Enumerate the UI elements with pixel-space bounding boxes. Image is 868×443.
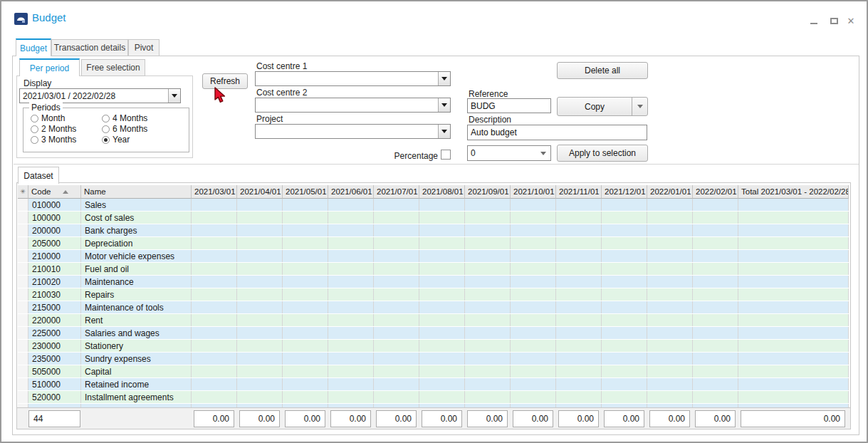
amount-cell[interactable]: [465, 353, 511, 365]
tab-transaction-details[interactable]: Transaction details: [51, 39, 128, 56]
name-cell[interactable]: Stationery: [81, 340, 192, 352]
amount-cell[interactable]: [511, 250, 556, 262]
tab-per-period[interactable]: Per period: [19, 58, 80, 76]
amount-cell[interactable]: [693, 314, 738, 326]
amount-cell[interactable]: [556, 365, 602, 377]
amount-cell[interactable]: [465, 314, 511, 326]
amount-cell[interactable]: [374, 263, 419, 275]
code-cell[interactable]: 230000: [28, 340, 81, 352]
amount-cell[interactable]: [693, 301, 738, 313]
radio-icon[interactable]: [102, 136, 110, 144]
amount-cell[interactable]: [602, 301, 647, 313]
period-radio-month[interactable]: Month: [31, 113, 65, 123]
amount-cell[interactable]: [419, 314, 465, 326]
amount-cell[interactable]: [511, 340, 556, 352]
amount-cell[interactable]: [419, 327, 465, 339]
code-cell[interactable]: 225000: [28, 327, 81, 339]
amount-cell[interactable]: [328, 340, 374, 352]
amount-cell[interactable]: [283, 212, 328, 224]
column-header-code[interactable]: Code: [28, 185, 81, 199]
cost-centre-2-select[interactable]: [255, 98, 451, 113]
display-select[interactable]: 2021/03/01 / 2022/02/28: [19, 88, 181, 103]
amount-cell[interactable]: [465, 327, 511, 339]
amount-cell[interactable]: [374, 301, 419, 313]
amount-cell[interactable]: [374, 199, 419, 211]
name-cell[interactable]: Salaries and wages: [81, 327, 192, 339]
amount-cell[interactable]: [328, 391, 374, 403]
amount-cell[interactable]: [328, 353, 374, 365]
amount-cell[interactable]: [374, 391, 419, 403]
amount-cell[interactable]: [328, 288, 374, 301]
table-row[interactable]: 100000Cost of sales: [18, 212, 849, 224]
amount-cell[interactable]: [511, 263, 556, 275]
column-header-date[interactable]: 2021/12/01: [602, 185, 647, 199]
amount-cell[interactable]: [465, 250, 511, 262]
amount-cell[interactable]: [237, 288, 283, 301]
name-cell[interactable]: Repairs: [81, 288, 192, 301]
amount-cell[interactable]: [511, 378, 556, 390]
display-dropdown-button[interactable]: [168, 89, 180, 103]
name-cell[interactable]: Sundry expenses: [81, 353, 192, 365]
amount-cell[interactable]: [693, 263, 738, 275]
table-row[interactable]: 205000Depreciation: [18, 237, 849, 250]
amount-cell[interactable]: [192, 391, 237, 403]
amount-cell[interactable]: [511, 199, 556, 211]
code-cell[interactable]: 100000: [28, 212, 81, 224]
amount-cell[interactable]: [693, 288, 738, 301]
amount-cell[interactable]: [647, 391, 693, 403]
amount-cell[interactable]: [602, 199, 647, 211]
amount-cell[interactable]: [556, 212, 602, 224]
copy-button[interactable]: Copy: [557, 97, 648, 116]
amount-cell[interactable]: [237, 199, 283, 211]
column-header-date[interactable]: 2021/04/01: [237, 185, 283, 199]
amount-cell[interactable]: [419, 276, 465, 288]
amount-cell[interactable]: [602, 391, 647, 403]
amount-cell[interactable]: [237, 327, 283, 339]
amount-cell[interactable]: [237, 276, 283, 288]
amount-cell[interactable]: [693, 212, 738, 224]
amount-cell[interactable]: [556, 391, 602, 403]
code-cell[interactable]: 520000: [28, 391, 81, 403]
amount-cell[interactable]: [328, 263, 374, 275]
amount-cell[interactable]: [283, 378, 328, 390]
amount-cell[interactable]: [374, 237, 419, 249]
column-header-date[interactable]: 2021/07/01: [374, 185, 419, 199]
column-header-date[interactable]: 2021/06/01: [328, 185, 374, 199]
amount-cell[interactable]: [419, 263, 465, 275]
amount-cell[interactable]: [328, 327, 374, 339]
amount-cell[interactable]: [283, 340, 328, 352]
amount-cell[interactable]: [556, 327, 602, 339]
project-select[interactable]: [255, 124, 451, 139]
amount-cell[interactable]: [192, 314, 237, 326]
amount-cell[interactable]: [283, 199, 328, 211]
amount-cell[interactable]: [602, 250, 647, 262]
table-row[interactable]: 210020Maintenance: [18, 276, 849, 288]
amount-cell[interactable]: [328, 276, 374, 288]
amount-cell[interactable]: [602, 263, 647, 275]
table-row[interactable]: 510000Retained income: [18, 378, 849, 391]
column-header-total[interactable]: Total 2021/03/01 - 2022/02/28: [738, 185, 849, 199]
amount-cell[interactable]: [237, 365, 283, 377]
amount-cell[interactable]: [511, 327, 556, 339]
amount-cell[interactable]: [237, 212, 283, 224]
amount-cell[interactable]: [556, 301, 602, 313]
tab-dataset[interactable]: Dataset: [18, 167, 59, 184]
amount-cell[interactable]: [328, 199, 374, 211]
amount-cell[interactable]: [511, 301, 556, 313]
amount-cell[interactable]: [693, 237, 738, 249]
period-radio-4-months[interactable]: 4 Months: [102, 113, 147, 123]
amount-cell[interactable]: [647, 276, 693, 288]
amount-cell[interactable]: [283, 276, 328, 288]
amount-cell[interactable]: [192, 301, 237, 313]
amount-cell[interactable]: [602, 224, 647, 236]
amount-cell[interactable]: [283, 224, 328, 236]
amount-cell[interactable]: [556, 353, 602, 365]
table-row[interactable]: 225000Salaries and wages: [18, 327, 849, 340]
table-row[interactable]: 520000Installment agreements: [18, 391, 849, 404]
amount-cell[interactable]: [328, 365, 374, 377]
amount-cell[interactable]: [192, 224, 237, 236]
amount-cell[interactable]: [237, 378, 283, 390]
amount-cell[interactable]: [647, 212, 693, 224]
amount-cell[interactable]: [511, 224, 556, 236]
amount-cell[interactable]: [237, 250, 283, 262]
